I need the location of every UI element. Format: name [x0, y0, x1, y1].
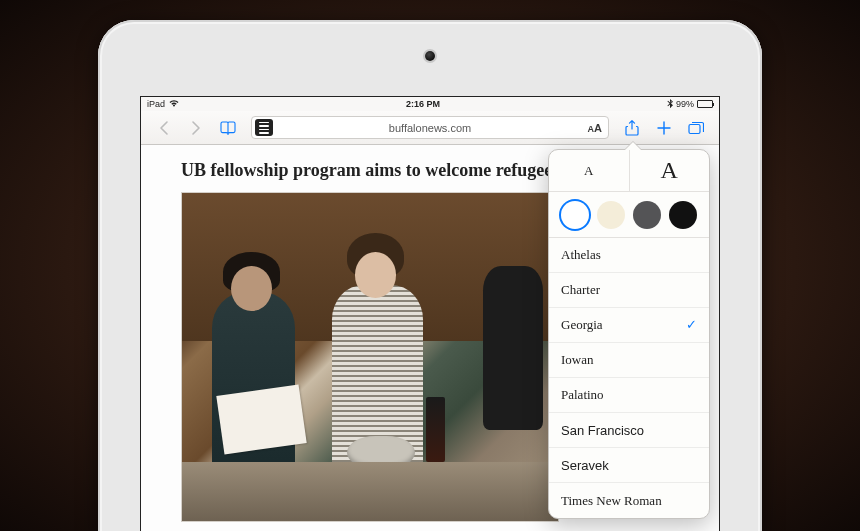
battery-icon: [697, 100, 713, 108]
font-option-times-new-roman[interactable]: Times New Roman: [549, 483, 709, 518]
font-label: Iowan: [561, 352, 594, 368]
font-label: Athelas: [561, 247, 601, 263]
clock: 2:16 PM: [179, 99, 667, 109]
font-label: Times New Roman: [561, 493, 662, 509]
font-label: San Francisco: [561, 423, 644, 438]
checkmark-icon: ✓: [686, 317, 697, 333]
font-option-athelas[interactable]: Athelas: [549, 238, 709, 273]
ipad-bezel: iPad 2:16 PM 99%: [98, 20, 762, 531]
font-option-san-francisco[interactable]: San Francisco: [549, 413, 709, 448]
theme-swatch-2[interactable]: [633, 201, 661, 229]
reader-appearance-button[interactable]: AA: [588, 122, 602, 134]
font-option-iowan[interactable]: Iowan: [549, 343, 709, 378]
bluetooth-icon: [667, 99, 673, 110]
reader-appearance-popover: A A AthelasCharterGeorgia✓IowanPalatinoS…: [548, 149, 710, 519]
status-bar: iPad 2:16 PM 99%: [141, 97, 719, 111]
font-option-seravek[interactable]: Seravek: [549, 448, 709, 483]
url-domain: buffalonews.com: [252, 122, 608, 134]
front-camera: [425, 51, 435, 61]
forward-button[interactable]: [181, 115, 211, 141]
url-bar[interactable]: buffalonews.com AA: [251, 116, 609, 139]
reader-mode-icon[interactable]: [255, 119, 273, 136]
font-list: AthelasCharterGeorgia✓IowanPalatinoSan F…: [549, 238, 709, 518]
tabs-button[interactable]: [681, 115, 711, 141]
theme-swatch-0[interactable]: [561, 201, 589, 229]
wifi-icon: [169, 99, 179, 109]
back-button[interactable]: [149, 115, 179, 141]
carrier-label: iPad: [147, 99, 165, 109]
font-option-georgia[interactable]: Georgia✓: [549, 308, 709, 343]
font-label: Georgia: [561, 317, 603, 333]
font-option-charter[interactable]: Charter: [549, 273, 709, 308]
ipad-screen: iPad 2:16 PM 99%: [140, 96, 720, 531]
new-tab-button[interactable]: [649, 115, 679, 141]
article-photo: [181, 192, 559, 522]
font-label: Palatino: [561, 387, 604, 403]
font-option-palatino[interactable]: Palatino: [549, 378, 709, 413]
bookmarks-button[interactable]: [213, 115, 243, 141]
theme-swatch-1[interactable]: [597, 201, 625, 229]
theme-row: [549, 192, 709, 238]
font-label: Seravek: [561, 458, 609, 473]
safari-toolbar: buffalonews.com AA: [141, 111, 719, 145]
battery-percent: 99%: [676, 99, 694, 109]
svg-rect-0: [689, 124, 700, 133]
font-label: Charter: [561, 282, 600, 298]
text-size-larger[interactable]: A: [630, 150, 710, 191]
share-button[interactable]: [617, 115, 647, 141]
text-size-smaller[interactable]: A: [549, 150, 630, 191]
theme-swatch-3[interactable]: [669, 201, 697, 229]
